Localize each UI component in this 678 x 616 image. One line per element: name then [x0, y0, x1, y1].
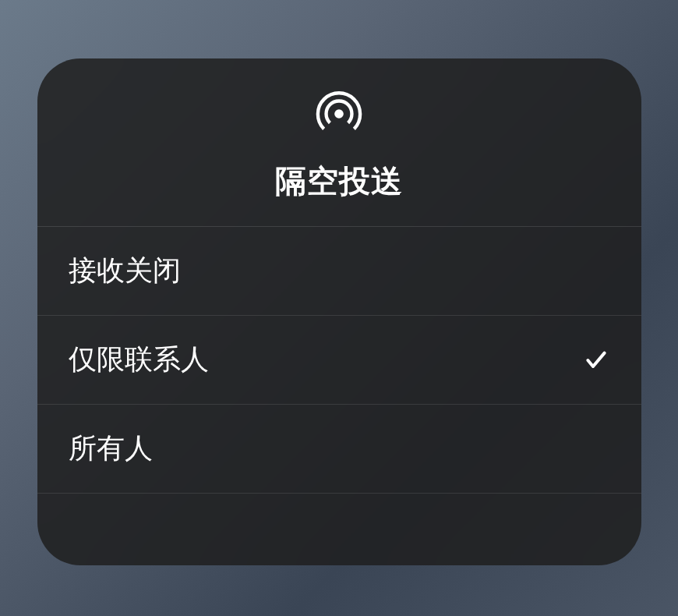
checkmark-icon	[582, 346, 610, 374]
option-label: 所有人	[69, 430, 153, 468]
option-receiving-off[interactable]: 接收关闭	[37, 227, 641, 316]
option-label: 仅限联系人	[69, 341, 209, 379]
option-everyone[interactable]: 所有人	[37, 405, 641, 494]
svg-point-0	[334, 109, 344, 119]
panel-title: 隔空投送	[275, 160, 403, 203]
option-contacts-only[interactable]: 仅限联系人	[37, 316, 641, 405]
panel-header: 隔空投送	[37, 58, 641, 227]
options-list: 接收关闭 仅限联系人 所有人	[37, 227, 641, 565]
option-label: 接收关闭	[69, 252, 181, 290]
airdrop-icon	[315, 90, 363, 138]
airdrop-settings-panel: 隔空投送 接收关闭 仅限联系人 所有人	[37, 58, 641, 565]
